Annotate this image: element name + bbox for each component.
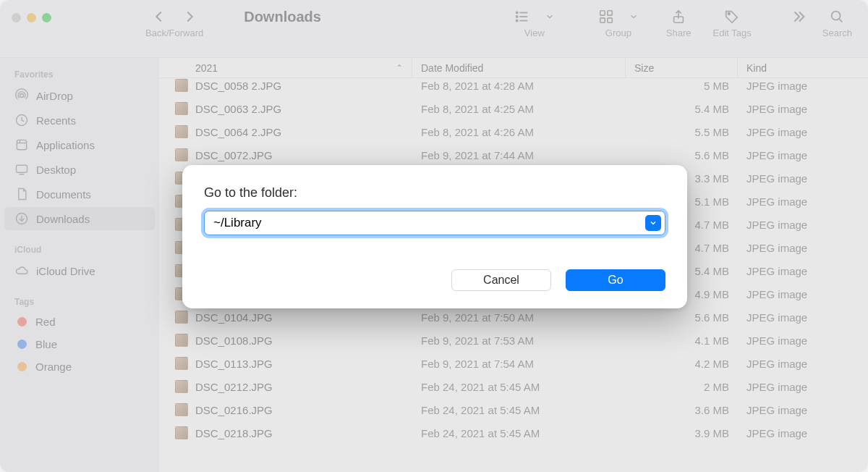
table-row[interactable]: DSC_0113.JPGFeb 9, 2021 at 7:54 AM4.2 MB… bbox=[159, 352, 868, 375]
file-kind: JPEG image bbox=[738, 172, 868, 185]
file-size: 2 MB bbox=[626, 381, 738, 393]
sidebar-item-desktop[interactable]: Desktop bbox=[4, 158, 155, 181]
file-size: 4.1 MB bbox=[626, 334, 738, 347]
share-icon[interactable] bbox=[671, 9, 686, 25]
file-kind: JPEG image bbox=[738, 427, 868, 439]
forward-icon[interactable] bbox=[182, 9, 197, 25]
chevron-down-icon[interactable] bbox=[629, 12, 639, 22]
file-kind: JPEG image bbox=[738, 219, 868, 231]
table-row[interactable]: DSC_0108.JPGFeb 9, 2021 at 7:53 AM4.1 MB… bbox=[159, 329, 868, 352]
tags-title: Tags bbox=[0, 291, 159, 310]
back-forward-label: Back/Forward bbox=[145, 28, 203, 38]
file-name: DSC_0058 2.JPG bbox=[195, 80, 281, 92]
file-thumbnail-icon bbox=[175, 426, 188, 439]
group-icon[interactable] bbox=[598, 9, 614, 25]
sidebar-item-label: Documents bbox=[36, 188, 91, 201]
file-size: 5.6 MB bbox=[626, 311, 738, 324]
sidebar-item-icloud-drive[interactable]: iCloud Drive bbox=[4, 259, 155, 282]
table-row[interactable]: DSC_0064 2.JPGFeb 8, 2021 at 4:26 AM5.5 … bbox=[159, 120, 868, 143]
sidebar-item-label: Blue bbox=[35, 338, 57, 350]
file-thumbnail-icon bbox=[175, 403, 188, 416]
file-date: Feb 8, 2021 at 4:26 AM bbox=[412, 126, 626, 138]
close-button[interactable] bbox=[12, 13, 21, 22]
zoom-button[interactable] bbox=[42, 13, 51, 22]
view-group[interactable]: View bbox=[514, 9, 555, 38]
file-kind: JPEG image bbox=[738, 334, 868, 347]
window-controls bbox=[12, 9, 51, 22]
sidebar-item-downloads[interactable]: Downloads bbox=[4, 207, 155, 230]
file-size: 3.9 MB bbox=[626, 427, 738, 439]
svg-rect-8 bbox=[600, 18, 605, 22]
file-size: 5.5 MB bbox=[626, 126, 738, 138]
file-size: 5 MB bbox=[626, 80, 738, 92]
svg-point-11 bbox=[728, 13, 731, 15]
sidebar-item-applications[interactable]: Applications bbox=[4, 133, 155, 156]
dropdown-toggle[interactable] bbox=[645, 215, 661, 231]
cancel-button[interactable]: Cancel bbox=[451, 269, 551, 291]
file-name: DSC_0218.JPG bbox=[195, 427, 273, 439]
tag-dot-icon bbox=[17, 362, 27, 371]
svg-rect-7 bbox=[608, 11, 612, 15]
file-date: Feb 9, 2021 at 7:44 AM bbox=[412, 149, 626, 161]
file-thumbnail-icon bbox=[175, 79, 188, 92]
desktop-icon bbox=[14, 162, 29, 177]
search-label: Search bbox=[822, 28, 852, 38]
file-kind: JPEG image bbox=[738, 288, 868, 300]
more-group[interactable] bbox=[791, 9, 807, 38]
column-header-name-label: 2021 bbox=[195, 62, 218, 74]
toolbar: Back/Forward Downloads View Group bbox=[0, 0, 868, 58]
file-kind: JPEG image bbox=[738, 404, 868, 416]
back-icon[interactable] bbox=[151, 9, 167, 25]
tag-icon[interactable] bbox=[724, 9, 740, 25]
share-group[interactable]: Share bbox=[666, 9, 692, 38]
sidebar-item-recents[interactable]: Recents bbox=[4, 109, 155, 132]
sidebar-item-documents[interactable]: Documents bbox=[4, 182, 155, 206]
sidebar-tag-orange[interactable]: Orange bbox=[4, 356, 155, 377]
sidebar-item-airdrop[interactable]: AirDrop bbox=[4, 84, 155, 107]
table-row[interactable]: DSC_0212.JPGFeb 24, 2021 at 5:45 AM2 MBJ… bbox=[159, 375, 868, 398]
chevron-down-icon[interactable] bbox=[545, 12, 555, 22]
table-row[interactable]: DSC_0216.JPGFeb 24, 2021 at 5:45 AM3.6 M… bbox=[159, 398, 868, 421]
group-group[interactable]: Group bbox=[598, 9, 639, 38]
sidebar-item-label: Recents bbox=[36, 114, 76, 127]
file-date: Feb 9, 2021 at 7:54 AM bbox=[412, 358, 626, 370]
folder-path-input[interactable] bbox=[204, 211, 665, 235]
table-row[interactable]: DSC_0104.JPGFeb 9, 2021 at 7:50 AM5.6 MB… bbox=[159, 305, 868, 329]
airdrop-icon bbox=[14, 88, 29, 103]
list-view-icon[interactable] bbox=[514, 9, 530, 25]
go-button[interactable]: Go bbox=[566, 269, 665, 291]
sidebar-tag-blue[interactable]: Blue bbox=[4, 334, 155, 355]
tags-group[interactable]: Edit Tags bbox=[713, 9, 752, 38]
svg-point-12 bbox=[832, 12, 841, 20]
table-row[interactable]: DSC_0063 2.JPGFeb 8, 2021 at 4:25 AM5.4 … bbox=[159, 97, 868, 120]
svg-rect-9 bbox=[608, 18, 612, 22]
file-date: Feb 9, 2021 at 7:50 AM bbox=[412, 311, 626, 324]
minimize-button[interactable] bbox=[27, 13, 36, 22]
chevrons-right-icon[interactable] bbox=[791, 9, 807, 25]
sort-ascending-icon: ⌃ bbox=[396, 63, 403, 73]
icloud-title: iCloud bbox=[0, 239, 159, 258]
file-name: DSC_0216.JPG bbox=[195, 404, 273, 416]
chevron-down-icon bbox=[649, 219, 658, 227]
file-kind: JPEG image bbox=[738, 311, 868, 324]
table-row[interactable]: DSC_0072.JPGFeb 9, 2021 at 7:44 AM5.6 MB… bbox=[159, 143, 868, 167]
file-name: DSC_0072.JPG bbox=[195, 149, 273, 161]
tag-dot-icon bbox=[17, 340, 27, 349]
file-kind: JPEG image bbox=[738, 358, 868, 370]
file-kind: JPEG image bbox=[738, 126, 868, 138]
favorites-title: Favorites bbox=[0, 64, 159, 83]
sidebar-item-label: Red bbox=[35, 316, 56, 328]
table-row[interactable]: DSC_0058 2.JPGFeb 8, 2021 at 4:28 AM5 MB… bbox=[159, 74, 868, 97]
file-thumbnail-icon bbox=[175, 357, 188, 370]
search-group[interactable]: Search bbox=[822, 9, 852, 38]
svg-line-13 bbox=[839, 19, 842, 22]
window-title: Downloads bbox=[244, 9, 321, 25]
search-icon[interactable] bbox=[829, 9, 845, 25]
clock-icon bbox=[14, 113, 29, 127]
svg-rect-16 bbox=[17, 140, 26, 149]
sidebar-tag-red[interactable]: Red bbox=[4, 311, 155, 332]
table-row[interactable]: DSC_0218.JPGFeb 24, 2021 at 5:45 AM3.9 M… bbox=[159, 421, 868, 444]
dialog-label: Go to the folder: bbox=[204, 185, 665, 201]
file-kind: JPEG image bbox=[738, 242, 868, 254]
file-name: DSC_0108.JPG bbox=[195, 334, 273, 347]
